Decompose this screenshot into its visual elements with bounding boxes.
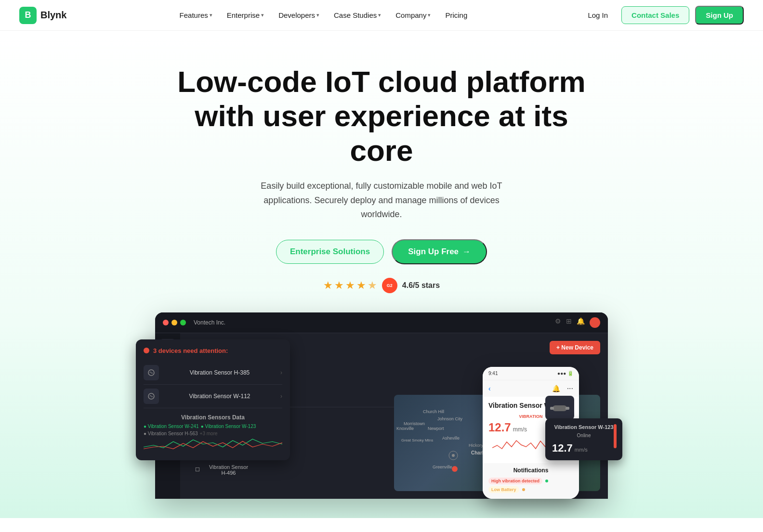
- svg-rect-6: [566, 407, 569, 410]
- device-icon: [144, 365, 159, 380]
- phone-status-bar: 9:41 ●●● 🔋: [483, 367, 579, 380]
- dashboard-titlebar: Vontech Inc. ⚙ ⊞ 🔔: [155, 312, 608, 333]
- notif-status-dot: [545, 480, 548, 482]
- titlebar-icons: ⚙ ⊞ 🔔: [555, 317, 600, 328]
- brand-name: Blynk: [40, 10, 66, 21]
- grid-icon: ⊞: [566, 317, 572, 328]
- enterprise-solutions-button[interactable]: Enterprise Solutions: [276, 240, 384, 264]
- nav-company[interactable]: Company ▾: [390, 7, 436, 23]
- arrow-right-icon: →: [462, 247, 471, 257]
- new-device-button[interactable]: + New Device: [550, 341, 600, 354]
- chevron-down-icon: ▾: [261, 12, 264, 18]
- alert-card: 3 devices need attention: Vibration Sens…: [136, 339, 290, 460]
- device-icon: [144, 389, 159, 404]
- window-controls: [163, 320, 186, 325]
- chevron-down-icon: ▾: [428, 12, 431, 18]
- login-button[interactable]: Log In: [580, 7, 616, 23]
- chevron-down-icon: ▾: [210, 12, 212, 18]
- mockup-container: 3 devices need attention: Vibration Sens…: [145, 312, 618, 499]
- alert-dot: [144, 348, 149, 353]
- nav-links: Features ▾ Enterprise ▾ Developers ▾ Cas…: [174, 7, 474, 23]
- settings-icon: ⚙: [555, 317, 561, 328]
- bell-icon: 🔔: [552, 385, 560, 392]
- gauge-bar: [614, 424, 617, 448]
- vibration-value: 12.7: [488, 421, 511, 434]
- g2-badge: G2: [382, 278, 397, 293]
- svg-rect-4: [553, 405, 567, 411]
- org-name: Vontech Inc.: [194, 319, 225, 326]
- list-item: Vibration Sensor W-112 ›: [144, 385, 282, 408]
- logo-icon: B: [19, 7, 37, 24]
- phone-notifications: Notifications High vibration detected Lo…: [483, 463, 579, 499]
- star-4: ★: [356, 279, 366, 292]
- notif-item: Low Battery: [488, 486, 573, 493]
- nav-case-studies[interactable]: Case Studies ▾: [328, 7, 387, 23]
- signup-nav-button[interactable]: Sign Up: [695, 6, 744, 25]
- hero-section: Low-code IoT cloud platform with user ex…: [0, 31, 763, 518]
- list-item: Vibration Sensor H-385 ›: [144, 361, 282, 385]
- chevron-down-icon: ▾: [378, 12, 381, 18]
- mini-widget: Vibration Sensor W-123 Online 12.7 mm/s: [545, 418, 622, 460]
- table-row: ☐ Vibration Sensor H-496: [188, 461, 394, 479]
- widget-status: Online: [552, 433, 616, 438]
- star-rating: ★ ★ ★ ★ ★: [323, 279, 377, 292]
- star-3: ★: [345, 279, 355, 292]
- chevron-down-icon: ▾: [316, 12, 319, 18]
- widget-unit: mm/s: [575, 447, 588, 453]
- nav-pricing[interactable]: Pricing: [439, 7, 473, 23]
- chevron-right-icon: ›: [280, 393, 282, 400]
- svg-point-3: [452, 454, 455, 457]
- svg-rect-5: [550, 407, 554, 410]
- avatar: [590, 317, 600, 328]
- phone-nav: ‹ 🔔 ···: [483, 380, 579, 397]
- star-2: ★: [334, 279, 344, 292]
- notif-status-dot: [522, 488, 525, 491]
- nav-developers[interactable]: Developers ▾: [273, 7, 325, 23]
- nav-features[interactable]: Features ▾: [174, 7, 218, 23]
- hero-subtitle: Easily build exceptional, fully customiz…: [256, 179, 507, 222]
- star-1: ★: [323, 279, 333, 292]
- vibration-unit: mm/s: [513, 426, 527, 433]
- notifications-title: Notifications: [488, 467, 573, 474]
- minimize-window-dot: [171, 320, 177, 325]
- chevron-right-icon: ›: [280, 369, 282, 376]
- alert-text: 3 devices need attention:: [153, 347, 228, 354]
- signup-free-button[interactable]: Sign Up Free →: [392, 239, 487, 264]
- logo[interactable]: B Blynk: [19, 7, 66, 24]
- hero-buttons: Enterprise Solutions Sign Up Free →: [19, 239, 744, 264]
- hero-rating: ★ ★ ★ ★ ★ G2 4.6/5 stars: [19, 278, 744, 293]
- contact-sales-button[interactable]: Contact Sales: [621, 6, 689, 24]
- navbar: B Blynk Features ▾ Enterprise ▾ Develope…: [0, 0, 763, 31]
- sensors-data: Vibration Sensors Data ● Vibration Senso…: [144, 408, 282, 453]
- nav-enterprise[interactable]: Enterprise ▾: [221, 7, 270, 23]
- more-icon: ···: [567, 384, 573, 393]
- nav-actions: Log In Contact Sales Sign Up: [580, 6, 744, 25]
- maximize-window-dot: [180, 320, 186, 325]
- widget-title: Vibration Sensor W-123: [552, 424, 616, 430]
- bell-icon: 🔔: [577, 317, 585, 328]
- star-half: ★: [368, 279, 377, 292]
- hero-title: Low-code IoT cloud platform with user ex…: [174, 65, 589, 168]
- notif-item: High vibration detected: [488, 478, 573, 484]
- widget-value: 12.7: [552, 442, 573, 454]
- rating-value: 4.6/5 stars: [402, 281, 440, 290]
- close-window-dot: [163, 320, 169, 325]
- back-icon: ‹: [488, 385, 491, 392]
